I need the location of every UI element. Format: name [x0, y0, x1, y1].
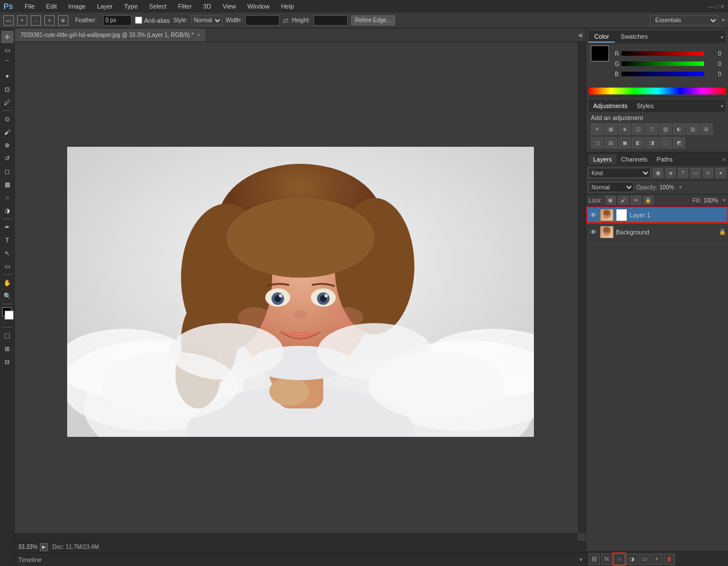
- tool-extras[interactable]: ⊟: [1, 356, 14, 368]
- tool-shape[interactable]: ▭: [1, 260, 14, 272]
- blend-mode-select[interactable]: Normal: [589, 182, 634, 192]
- main-color-swatch[interactable]: [591, 46, 609, 61]
- layer-item-layer1[interactable]: 👁 Layer 1: [586, 206, 728, 224]
- tool-marquee[interactable]: ▭: [1, 44, 14, 56]
- menu-type[interactable]: Type: [122, 2, 140, 11]
- color-tab[interactable]: Color: [589, 31, 615, 43]
- lock-paint-btn[interactable]: 🖌: [618, 196, 628, 205]
- adj-invert[interactable]: ◼: [618, 137, 631, 148]
- adj-exposure[interactable]: ◫: [632, 123, 644, 135]
- adj-vibrance[interactable]: ▽: [645, 123, 658, 135]
- fill-arrow[interactable]: ▾: [723, 197, 726, 203]
- adj-hsl[interactable]: ▨: [659, 123, 672, 135]
- horizontal-scrollbar[interactable]: [15, 533, 578, 541]
- new-group-btn[interactable]: ▭: [639, 553, 650, 565]
- menu-3d[interactable]: 3D: [201, 2, 213, 11]
- channels-tab[interactable]: Channels: [616, 154, 652, 164]
- lock-pixels-btn[interactable]: ▣: [606, 196, 616, 205]
- tab-close[interactable]: ×: [197, 32, 200, 38]
- menu-select[interactable]: Select: [147, 2, 169, 11]
- menu-filter[interactable]: Filter: [175, 2, 194, 11]
- tool-magic-wand[interactable]: ✦: [1, 70, 14, 82]
- new-layer-btn[interactable]: +: [651, 553, 663, 565]
- lock-all-btn[interactable]: 🔒: [643, 196, 653, 205]
- menu-help[interactable]: Help: [279, 2, 297, 11]
- swatches-tab[interactable]: Swatches: [615, 31, 653, 43]
- tool-spot-heal[interactable]: ⊙: [1, 113, 14, 125]
- adj-brightness[interactable]: ☀: [591, 123, 603, 135]
- color-panel-collapse[interactable]: ▾: [718, 34, 726, 40]
- panels-toggle[interactable]: ◀: [578, 32, 586, 38]
- styles-tab[interactable]: Styles: [632, 101, 659, 111]
- menu-image[interactable]: Image: [66, 2, 88, 11]
- adj-panel-collapse[interactable]: ▾: [718, 103, 726, 109]
- tool-pen[interactable]: ✒: [1, 221, 14, 233]
- height-input[interactable]: [314, 15, 348, 26]
- menu-view[interactable]: View: [220, 2, 238, 11]
- filter-pixel-icon[interactable]: ▣: [653, 168, 663, 178]
- filter-smart-icon[interactable]: ⊙: [703, 168, 713, 178]
- adj-gradient-map[interactable]: ⬚: [659, 137, 672, 148]
- menu-file[interactable]: File: [22, 2, 37, 11]
- filter-toggle[interactable]: ●: [715, 168, 726, 178]
- filter-text-icon[interactable]: T: [678, 168, 688, 178]
- refine-edge-button[interactable]: Refine Edge...: [351, 15, 395, 26]
- color-spectrum[interactable]: [589, 88, 726, 94]
- layer-fx-btn[interactable]: fx: [601, 553, 612, 565]
- adjustments-tab[interactable]: Adjustments: [589, 101, 632, 111]
- status-arrow[interactable]: ▶: [40, 543, 48, 551]
- lock-position-btn[interactable]: ✛: [631, 196, 641, 205]
- filter-adjustment-icon[interactable]: ◈: [665, 168, 676, 178]
- tool-gradient[interactable]: ▦: [1, 178, 14, 191]
- timeline-expand[interactable]: ▾: [579, 556, 582, 563]
- adj-posterize[interactable]: ◧: [632, 137, 644, 148]
- adj-threshold[interactable]: ◨: [645, 137, 658, 148]
- tool-history-brush[interactable]: ↺: [1, 152, 14, 164]
- style-select[interactable]: Normal: [191, 15, 223, 26]
- layers-kind-select[interactable]: Kind: [589, 168, 651, 178]
- feather-input[interactable]: [103, 15, 131, 26]
- background-visibility[interactable]: 👁: [589, 228, 598, 237]
- background-color[interactable]: [5, 311, 14, 320]
- tool-hand[interactable]: ✋: [1, 276, 14, 289]
- adj-bw[interactable]: ▥: [686, 123, 699, 135]
- tool-quick-mask[interactable]: □: [1, 329, 14, 342]
- adj-levels[interactable]: ▦: [604, 123, 617, 135]
- workspace-select[interactable]: Essentials: [650, 15, 718, 26]
- tool-dodge[interactable]: ◑: [1, 204, 14, 217]
- anti-alias-checkbox[interactable]: [135, 16, 142, 24]
- document-tab[interactable]: 7039381-cute-little-girl-hd-wallpaper.jp…: [15, 28, 207, 42]
- adj-curves[interactable]: ◈: [618, 123, 631, 135]
- menu-window[interactable]: Window: [245, 2, 272, 11]
- opacity-arrow[interactable]: ▾: [679, 184, 682, 190]
- tool-screen-mode[interactable]: ⊞: [1, 342, 14, 355]
- link-layers-btn[interactable]: ⛓: [589, 553, 600, 565]
- layer-item-background[interactable]: 👁 Background 🔒: [586, 224, 728, 241]
- tool-eyedropper[interactable]: 🖊: [1, 96, 14, 109]
- tool-brush[interactable]: 🖌: [1, 126, 14, 138]
- menu-edit[interactable]: Edit: [44, 2, 59, 11]
- layer1-visibility[interactable]: 👁: [589, 210, 598, 220]
- menu-layer[interactable]: Layer: [94, 2, 115, 11]
- vertical-scrollbar[interactable]: [578, 42, 586, 533]
- tool-move[interactable]: ✛: [1, 31, 14, 43]
- tool-clone[interactable]: ⊕: [1, 139, 14, 151]
- width-input[interactable]: [245, 15, 279, 26]
- layers-tab[interactable]: Layers: [589, 154, 616, 164]
- new-fill-adj-btn[interactable]: ◑: [626, 553, 637, 565]
- tool-text[interactable]: T: [1, 234, 14, 246]
- adj-color-balance[interactable]: ◐: [673, 123, 685, 135]
- adj-photo-filter[interactable]: ⊞: [700, 123, 713, 135]
- layers-expand-btn[interactable]: ≡: [722, 156, 726, 163]
- tool-lasso[interactable]: ⌒: [1, 57, 14, 69]
- tool-crop[interactable]: ⊡: [1, 83, 14, 96]
- tool-zoom[interactable]: 🔍: [1, 290, 14, 302]
- filter-shape-icon[interactable]: ▭: [690, 168, 701, 178]
- adj-channel-mix[interactable]: ◻: [591, 137, 603, 148]
- add-mask-btn[interactable]: ○: [614, 553, 625, 565]
- delete-layer-btn[interactable]: 🗑: [664, 553, 675, 565]
- tool-path-select[interactable]: ↖: [1, 247, 14, 259]
- adj-color-lookup[interactable]: ▤: [604, 137, 617, 148]
- adj-selective-color[interactable]: ◩: [673, 137, 685, 148]
- tool-eraser[interactable]: ◻: [1, 165, 14, 177]
